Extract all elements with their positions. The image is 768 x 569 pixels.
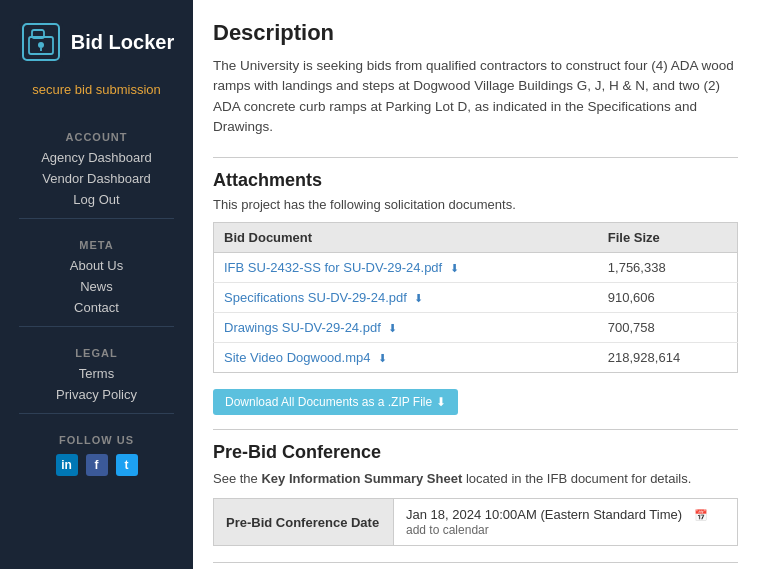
doc-size-cell: 700,758 (598, 313, 738, 343)
prebid-text-part2: located in the IFB document for details. (462, 471, 691, 486)
doc-link-cell: Specifications SU-DV-29-24.pdf ⬇ (214, 283, 598, 313)
prebid-title: Pre-Bid Conference (213, 442, 738, 463)
sidebar-divider-2 (19, 326, 173, 327)
logo-icon (19, 20, 63, 64)
agency-dashboard-link[interactable]: Agency Dashboard (0, 147, 193, 168)
doc-download-link[interactable]: IFB SU-2432-SS for SU-DV-29-24.pdf ⬇ (224, 260, 459, 275)
download-zip-button[interactable]: Download All Documents as a .ZIP File ⬇ (213, 389, 458, 415)
table-row: Site Video Dogwood.mp4 ⬇218,928,614 (214, 343, 738, 373)
prebid-text: See the Key Information Summary Sheet lo… (213, 471, 738, 486)
doc-size-cell: 910,606 (598, 283, 738, 313)
prebid-date-value: Jan 18, 2024 10:00AM (Eastern Standard T… (394, 499, 738, 546)
meta-section-label: META (79, 239, 113, 251)
svg-point-4 (38, 42, 44, 48)
table-row: Drawings SU-DV-29-24.pdf ⬇700,758 (214, 313, 738, 343)
legal-section-label: LEGAL (75, 347, 117, 359)
table-row: IFB SU-2432-SS for SU-DV-29-24.pdf ⬇1,75… (214, 253, 738, 283)
prebid-text-bold: Key Information Summary Sheet (261, 471, 462, 486)
divider-attachments (213, 157, 738, 158)
attachments-title: Attachments (213, 170, 738, 191)
linkedin-icon[interactable]: in (56, 454, 78, 476)
doc-link-cell: Drawings SU-DV-29-24.pdf ⬇ (214, 313, 598, 343)
news-link[interactable]: News (0, 276, 193, 297)
doc-link-cell: Site Video Dogwood.mp4 ⬇ (214, 343, 598, 373)
log-out-link[interactable]: Log Out (0, 189, 193, 210)
logo-text: Bid Locker (71, 31, 174, 53)
tagline: secure bid submission (32, 82, 161, 99)
follow-us-label: FOLLOW US (59, 434, 134, 446)
download-icon: ⬇ (450, 262, 459, 274)
prebid-table: Pre-Bid Conference Date Jan 18, 2024 10:… (213, 498, 738, 546)
divider-questions (213, 562, 738, 563)
download-icon: ⬇ (378, 352, 387, 364)
contact-link[interactable]: Contact (0, 297, 193, 318)
description-title: Description (213, 20, 738, 46)
sidebar: Bid Locker secure bid submission ACCOUNT… (0, 0, 193, 569)
divider-prebid (213, 429, 738, 430)
sidebar-divider-1 (19, 218, 173, 219)
twitter-icon[interactable]: t (116, 454, 138, 476)
calendar-icon: 📅 (694, 509, 708, 521)
doc-link-cell: IFB SU-2432-SS for SU-DV-29-24.pdf ⬇ (214, 253, 598, 283)
main-content: Description The University is seeking bi… (193, 0, 768, 569)
facebook-icon[interactable]: f (86, 454, 108, 476)
doc-size-cell: 1,756,338 (598, 253, 738, 283)
doc-download-link[interactable]: Drawings SU-DV-29-24.pdf ⬇ (224, 320, 397, 335)
doc-size-cell: 218,928,614 (598, 343, 738, 373)
sidebar-divider-3 (19, 413, 173, 414)
logo-area: Bid Locker (9, 20, 184, 64)
account-section-label: ACCOUNT (66, 131, 128, 143)
download-icon: ⬇ (414, 292, 423, 304)
social-icons: in f t (56, 454, 138, 476)
terms-link[interactable]: Terms (0, 363, 193, 384)
prebid-text-part1: See the (213, 471, 261, 486)
table-row: Specifications SU-DV-29-24.pdf ⬇910,606 (214, 283, 738, 313)
col-header-filesize: File Size (598, 223, 738, 253)
description-text: The University is seeking bids from qual… (213, 56, 738, 137)
vendor-dashboard-link[interactable]: Vendor Dashboard (0, 168, 193, 189)
attachments-subtitle: This project has the following solicitat… (213, 197, 738, 212)
col-header-document: Bid Document (214, 223, 598, 253)
download-icon: ⬇ (388, 322, 397, 334)
doc-download-link[interactable]: Specifications SU-DV-29-24.pdf ⬇ (224, 290, 423, 305)
documents-table: Bid Document File Size IFB SU-2432-SS fo… (213, 222, 738, 373)
prebid-date-label: Pre-Bid Conference Date (214, 499, 394, 546)
doc-download-link[interactable]: Site Video Dogwood.mp4 ⬇ (224, 350, 387, 365)
about-us-link[interactable]: About Us (0, 255, 193, 276)
privacy-policy-link[interactable]: Privacy Policy (0, 384, 193, 405)
